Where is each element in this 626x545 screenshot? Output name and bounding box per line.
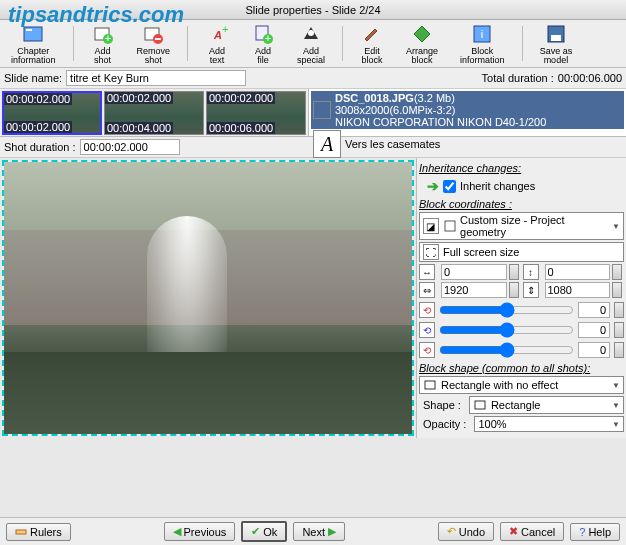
block-info-button[interactable]: i Block information [453,22,512,65]
rotate-z-slider[interactable] [439,303,574,317]
shot-thumbnails: 00:00:02.000 00:00:02.000 00:00:02.000 0… [0,89,308,136]
full-screen-button[interactable]: ⛶ Full screen size [419,242,624,262]
preview-canvas[interactable] [2,160,414,436]
shape-label: Shape : [419,397,465,413]
image-thumb-icon [313,101,331,119]
h-icon: ⇕ [523,282,539,298]
w-spin[interactable] [509,282,519,298]
h-spin[interactable] [612,282,622,298]
block-list: DSC_0018.JPG(3.2 Mb) 3008x2000(6.0MPix-3… [308,89,626,136]
fullscreen-icon: ⛶ [423,244,439,260]
save-model-button[interactable]: Save as model [533,22,580,65]
cancel-button[interactable]: ✖Cancel [500,522,564,541]
undo-button[interactable]: ↶Undo [438,522,494,541]
remove-shot-button[interactable]: Remove shot [130,22,178,65]
coord-mode-icon: ◪ [423,218,439,234]
effect-combo[interactable]: Rectangle with no effect▼ [419,376,624,394]
shot-duration-input[interactable] [80,139,180,155]
rotate-y-slider[interactable] [439,343,574,357]
w-input[interactable] [441,282,507,298]
custom-size-combo[interactable]: ◪ Custom size - Project geometry ▼ [419,212,624,240]
svg-text:i: i [481,28,483,40]
add-shot-icon: + [91,23,115,45]
window-title: Slide properties - Slide 2/24 [0,0,626,20]
svg-text:+: + [104,32,110,44]
slide-name-row: Slide name: Total duration : 00:00:06.00… [0,68,626,89]
shape-title: Block shape (common to all shots): [419,360,624,376]
ok-button[interactable]: ✔Ok [241,521,287,542]
arrange-block-icon [410,23,434,45]
add-special-button[interactable]: Add special [290,22,332,65]
edit-block-icon [360,23,384,45]
shot-thumb-3[interactable]: 00:00:02.000 00:00:06.000 [206,91,306,135]
main-toolbar: Chapter information + Add shot Remove sh… [0,20,626,68]
svg-rect-7 [155,38,161,40]
add-text-icon: A+ [205,23,229,45]
svg-text:+: + [222,23,228,35]
x-input[interactable] [441,264,507,280]
svg-point-13 [308,30,314,36]
y-icon: ↕ [523,264,539,280]
rotate-x-value[interactable]: 0 [578,322,610,338]
svg-text:+: + [265,32,271,44]
previous-button[interactable]: ◀Previous [164,522,236,541]
save-model-icon [544,23,568,45]
help-icon: ? [579,526,585,538]
text-block-row[interactable]: A Vers les casemates [311,129,624,159]
total-duration-value: 00:00:06.000 [558,72,622,84]
next-icon: ▶ [328,525,336,538]
slide-name-label: Slide name: [4,72,62,84]
svg-rect-19 [425,381,435,389]
svg-rect-1 [26,29,32,31]
rz-spin[interactable] [614,302,624,318]
svg-rect-20 [475,401,485,409]
shot-thumb-2[interactable]: 00:00:02.000 00:00:04.000 [104,91,204,135]
block-info-icon: i [470,23,494,45]
opacity-combo[interactable]: 100%▼ [474,416,624,432]
remove-shot-icon [141,23,165,45]
shot-thumb-1[interactable]: 00:00:02.000 00:00:02.000 [2,91,102,135]
coords-title: Block coordinates : [419,196,624,212]
slide-name-input[interactable] [66,70,246,86]
help-button[interactable]: ?Help [570,523,620,541]
w-icon: ⇔ [419,282,435,298]
prev-icon: ◀ [173,525,181,538]
x-spin[interactable] [509,264,519,280]
add-special-icon [299,23,323,45]
rulers-button[interactable]: Rulers [6,523,71,541]
rotate-x-icon: ⟲ [419,322,435,338]
next-button[interactable]: Next▶ [293,522,345,541]
rotate-y-value[interactable]: 0 [578,342,610,358]
rect-icon [423,378,437,392]
image-block-row[interactable]: DSC_0018.JPG(3.2 Mb) 3008x2000(6.0MPix-3… [311,91,624,129]
undo-icon: ↶ [447,525,456,538]
h-input[interactable] [545,282,611,298]
rotate-x-slider[interactable] [439,323,574,337]
chapter-info-button[interactable]: Chapter information [4,22,63,65]
rx-spin[interactable] [614,322,624,338]
rulers-icon [15,526,27,538]
timeline: 00:00:02.000 00:00:02.000 00:00:02.000 0… [0,89,626,137]
cancel-icon: ✖ [509,525,518,538]
resize-icon [443,219,457,233]
svg-rect-17 [551,35,561,41]
svg-text:A: A [213,29,222,41]
rotate-z-value[interactable]: 0 [578,302,610,318]
add-text-button[interactable]: A+ Add text [198,22,236,65]
svg-rect-18 [445,221,455,231]
edit-block-button[interactable]: Edit block [353,22,391,65]
arrange-block-button[interactable]: Arrange block [399,22,445,65]
shape-combo[interactable]: Rectangle▼ [469,396,624,414]
inheritance-title: Inheritance changes: [419,160,624,176]
rotate-y-icon: ⟲ [419,342,435,358]
shot-duration-label: Shot duration : [4,141,76,153]
add-file-button[interactable]: + Add file [244,22,282,65]
total-duration-label: Total duration : [482,72,554,84]
inherit-checkbox[interactable] [443,180,456,193]
y-input[interactable] [545,264,611,280]
shape-rect-icon [473,398,487,412]
add-shot-button[interactable]: + Add shot [84,22,122,65]
ry-spin[interactable] [614,342,624,358]
y-spin[interactable] [612,264,622,280]
opacity-label: Opacity : [419,416,470,432]
